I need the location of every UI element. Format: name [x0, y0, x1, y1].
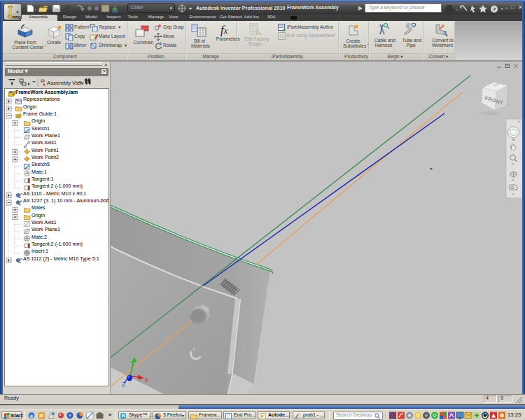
svg-text:?: ? — [493, 6, 496, 13]
svg-text:Z: Z — [121, 381, 126, 388]
svg-text:e: e — [30, 413, 34, 419]
svg-text:Assembly View: Assembly View — [47, 80, 84, 86]
svg-text:PRO: PRO — [13, 15, 21, 20]
svg-text:x: x — [144, 376, 148, 383]
